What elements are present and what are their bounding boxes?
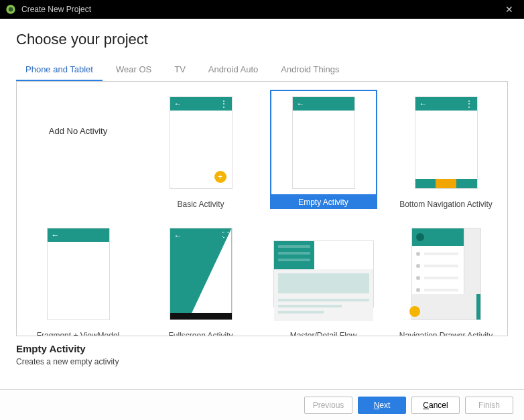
thumbnail-bottomnav: ←⋮ <box>415 96 478 189</box>
thumbnail-basic: ←⋮ + <box>170 96 233 189</box>
window-title: Create New Project <box>21 5 500 14</box>
tab-android-auto[interactable]: Android Auto <box>199 59 267 81</box>
template-add-no-activity[interactable]: Add No Activity Add No Activity <box>17 86 139 217</box>
fab-icon: + <box>214 171 226 183</box>
template-label: Fragment + ViewModel <box>37 331 120 336</box>
thumbnail-navdrawer <box>411 228 481 320</box>
back-arrow-icon: ← <box>297 99 305 109</box>
selected-template-title: Empty Activity <box>16 343 508 354</box>
template-fragment-viewmodel[interactable]: ← Fragment + ViewModel <box>17 217 139 336</box>
template-label: Fullscreen Activity <box>168 331 233 336</box>
selected-template-description: Creates a new empty activity <box>16 357 508 366</box>
thumbnail-none: Add No Activity <box>28 92 129 193</box>
close-icon[interactable]: ✕ <box>500 4 519 15</box>
back-arrow-icon: ← <box>52 230 60 240</box>
finish-button[interactable]: Finish <box>465 397 513 414</box>
page-header: Choose your project <box>0 19 524 52</box>
device-tabs: Phone and Tablet Wear OS TV Android Auto… <box>16 59 508 82</box>
template-bottom-navigation-activity[interactable]: ←⋮ Bottom Navigation Activity <box>385 86 507 217</box>
overflow-menu-icon: ⋮ <box>465 99 473 109</box>
tab-wear-os[interactable]: Wear OS <box>107 59 161 81</box>
template-navigation-drawer-activity[interactable]: Navigation Drawer Activity <box>385 217 507 336</box>
template-fullscreen-activity[interactable]: ← ⛶ Fullscreen Activity <box>139 217 262 336</box>
thumbnail-master-detail <box>273 240 374 307</box>
template-gallery[interactable]: Add No Activity Add No Activity ←⋮ + Bas… <box>16 82 508 336</box>
back-arrow-icon: ← <box>174 99 182 109</box>
previous-button[interactable]: Previous <box>304 397 352 414</box>
fullscreen-icon: ⛶ <box>222 231 229 238</box>
thumbnail-fragment: ← <box>47 228 110 320</box>
thumbnail-empty: ← <box>292 96 355 189</box>
template-label: Bottom Navigation Activity <box>399 200 493 209</box>
tab-android-things[interactable]: Android Things <box>271 59 348 81</box>
back-arrow-icon: ← <box>174 231 182 240</box>
svg-point-1 <box>9 7 13 12</box>
template-label: Master/Detail Flow <box>290 331 356 336</box>
tab-tv[interactable]: TV <box>165 59 195 81</box>
template-label: Basic Activity <box>177 200 224 209</box>
android-studio-icon <box>5 4 16 15</box>
page-title: Choose your project <box>16 31 508 48</box>
template-label: Navigation Drawer Activity <box>399 331 493 336</box>
template-basic-activity[interactable]: ←⋮ + Basic Activity <box>139 86 262 217</box>
template-label-selected: Empty Activity <box>270 196 377 209</box>
back-arrow-icon: ← <box>419 99 428 109</box>
selection-info: Empty Activity Creates a new empty activ… <box>0 336 524 366</box>
next-button[interactable]: Next <box>358 397 406 414</box>
title-bar: Create New Project ✕ <box>0 0 524 19</box>
wizard-footer: Previous Next Cancel Finish <box>0 389 524 420</box>
template-master-detail-flow[interactable]: Master/Detail Flow <box>262 217 385 336</box>
tab-phone-and-tablet[interactable]: Phone and Tablet <box>16 59 103 81</box>
cancel-button[interactable]: Cancel <box>411 397 460 414</box>
overflow-menu-icon: ⋮ <box>220 99 228 109</box>
template-empty-activity[interactable]: ← Empty Activity Empty Activity <box>262 86 385 217</box>
thumbnail-fullscreen: ← ⛶ <box>170 228 233 320</box>
